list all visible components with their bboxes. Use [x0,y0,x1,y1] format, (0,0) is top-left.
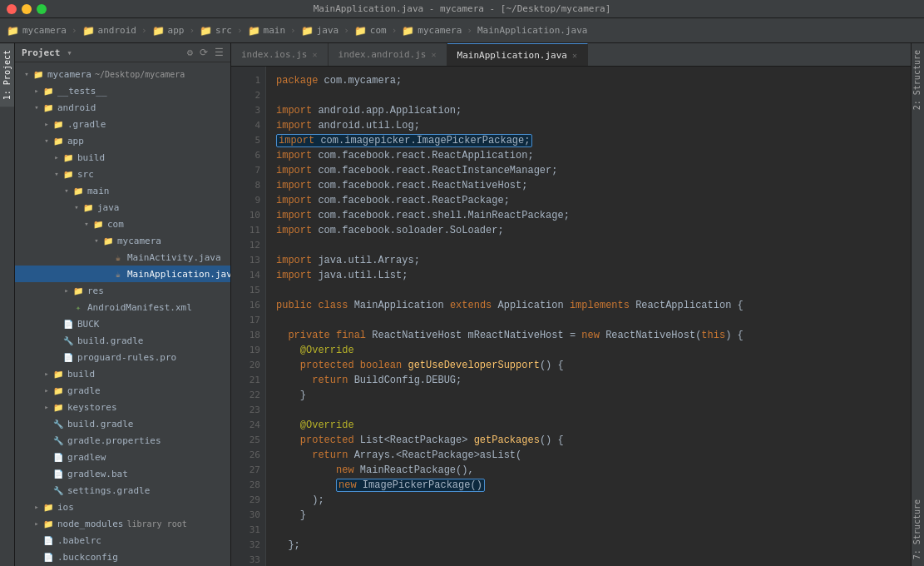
tree-item-java[interactable]: 📁 java [15,199,230,216]
panel-dropdown-icon[interactable]: ▾ [67,47,72,58]
folder-icon: 📁 [52,400,65,414]
tree-label: ios [57,502,74,513]
minimize-button[interactable] [22,4,32,14]
tab-index-ios[interactable]: index.ios.js ✕ [231,43,329,66]
chevron [42,385,52,395]
close-button[interactable] [7,4,17,14]
breadcrumb-main[interactable]: 📁 main [248,25,286,37]
code-editor[interactable]: package com.mycamera; import android.app… [266,67,911,566]
tree-item-main[interactable]: 📁 main [15,182,230,199]
tab-close-icon[interactable]: ✕ [572,51,577,60]
folder-icon: 📁 [101,234,115,247]
gear-icon[interactable]: ☰ [215,47,224,58]
tree-item-settingsgradle[interactable]: 🔧 settings.gradle [15,482,230,499]
project-panel-tab[interactable]: 1: Project [0,43,14,107]
settings-icon[interactable]: ⚙ [187,47,193,58]
tree-label: BUCK [77,319,100,330]
tree-item-app[interactable]: 📁 app [15,132,230,149]
tree-item-buckconfig[interactable]: 📄 .buckconfig [15,549,230,565]
tree-label: mycamera [117,236,161,246]
tree-item-buildgradle[interactable]: 🔧 build.gradle [15,332,230,349]
tab-mainapplication[interactable]: MainApplication.java ✕ [447,43,588,66]
tree-item-gradle-hidden[interactable]: 📁 .gradle [15,116,230,132]
tab-close-icon[interactable]: ✕ [312,50,317,59]
breadcrumb-src[interactable]: 📁 src [200,25,232,37]
folder-icon: 📁 [42,101,55,114]
breadcrumb-sep: › [467,25,472,36]
panel-header: Project ▾ ⚙ ⟳ ☰ [15,43,230,62]
tree-item-src[interactable]: 📁 src [15,166,230,182]
tree-item-com[interactable]: 📁 com [15,216,230,232]
structure-tab[interactable]: 2: Structure [912,43,924,117]
tree-item-keystores[interactable]: 📁 keystores [15,399,230,415]
tree-item-mycamera-nested[interactable]: 📁 mycamera [15,232,230,249]
tree-item-androidmanifest[interactable]: ✦ AndroidManifest.xml [15,299,230,315]
tree-label: AndroidManifest.xml [87,302,192,313]
tree-item-gradleprops[interactable]: 🔧 gradle.properties [15,432,230,449]
tab-label: index.android.js [338,49,427,60]
breadcrumb-mycamera[interactable]: 📁 mycamera [7,25,67,37]
chevron-nodemodules [32,519,42,529]
tree-item-res[interactable]: 📁 res [15,282,230,299]
folder-icon: 📁 [82,201,95,214]
tree-label: build [77,152,105,163]
tree-item-proguard[interactable]: 📄 proguard-rules.pro [15,349,230,365]
tree-item-gradle[interactable]: 📁 gradle [15,382,230,399]
java-file-icon: ☕ [111,267,125,281]
tree-item-tests[interactable]: 📁 __tests__ [15,82,230,99]
tree-item-android[interactable]: 📁 android [15,99,230,116]
tree-item-buildgradle-root[interactable]: 🔧 build.gradle [15,415,230,432]
structure-tab-7[interactable]: 7: Structure [912,493,924,566]
folder-icon: 📁 [200,25,212,37]
tree-item-mainapplication[interactable]: ☕ MainApplication.java ← [15,266,230,282]
tree-item-gradlewbat[interactable]: 📄 gradlew.bat [15,465,230,482]
editor-content[interactable]: 12345 678910 1112131415 1617181920 21222… [231,67,911,566]
breadcrumb-label: main [264,25,286,36]
breadcrumb-java[interactable]: 📁 java [301,25,339,37]
tree-label: settings.gradle [67,485,150,496]
tree-item-build[interactable]: 📁 build [15,149,230,166]
maximize-button[interactable] [37,4,47,14]
breadcrumb-mycamera2[interactable]: 📁 mycamera [402,25,462,37]
tree-item-buck[interactable]: 📄 BUCK [15,315,230,332]
tree-label: src [77,169,94,180]
tree-item-build2[interactable]: 📁 build [15,365,230,382]
file-icon: 📄 [42,534,55,547]
tree-label: .buckconfig [57,552,118,563]
breadcrumb-sep: › [290,25,296,36]
line-numbers: 12345 678910 1112131415 1617181920 21222… [231,67,266,566]
titlebar-text: MainApplication.java - mycamera - [~/Des… [314,3,611,14]
right-side-panels: 2: Structure 7: Structure [911,43,924,566]
breadcrumb-label: app [168,25,185,36]
tab-close-icon[interactable]: ✕ [431,50,436,59]
tree-label: node_modules [57,519,123,529]
breadcrumb-file[interactable]: MainApplication.java [477,25,587,36]
tree-item-ios[interactable]: 📁 ios [15,499,230,515]
chevron-mycamera-nested [91,236,101,246]
gradle-file-icon: 🔧 [52,417,65,430]
breadcrumb-android[interactable]: 📁 android [82,25,136,37]
tab-index-android[interactable]: index.android.js ✕ [329,43,447,66]
tree-item-mainactivity[interactable]: ☕ MainActivity.java [15,249,230,266]
breadcrumb-app[interactable]: 📁 app [152,25,185,37]
file-tree: 📁 mycamera ~/Desktop/mycamera 📁 __tests_… [15,62,230,566]
breadcrumb-bar: 📁 mycamera › 📁 android › 📁 app › 📁 src ›… [0,18,924,43]
breadcrumb-label: mycamera [418,25,462,36]
folder-icon: 📁 [42,84,55,97]
tree-label: .babelrc [57,535,101,546]
file-icon: 📄 [52,450,65,464]
sync-icon[interactable]: ⟳ [200,47,208,58]
breadcrumb-com[interactable]: 📁 com [354,25,387,37]
xml-file-icon: ✦ [72,300,85,314]
tree-item-nodemodules[interactable]: 📁 node_modules library root [15,515,230,532]
breadcrumb-sep: › [237,25,243,36]
tree-label: main [87,186,110,196]
folder-icon: 📁 [32,67,45,81]
folder-icon: 📁 [52,134,65,147]
folder-icon: 📁 [91,217,105,231]
tree-item-gradlew[interactable]: 📄 gradlew [15,449,230,465]
tree-item-babelrc[interactable]: 📄 .babelrc [15,532,230,549]
breadcrumb-label: MainApplication.java [477,25,587,36]
folder-icon: 📁 [402,25,414,37]
tree-item-mycamera[interactable]: 📁 mycamera ~/Desktop/mycamera [15,66,230,82]
